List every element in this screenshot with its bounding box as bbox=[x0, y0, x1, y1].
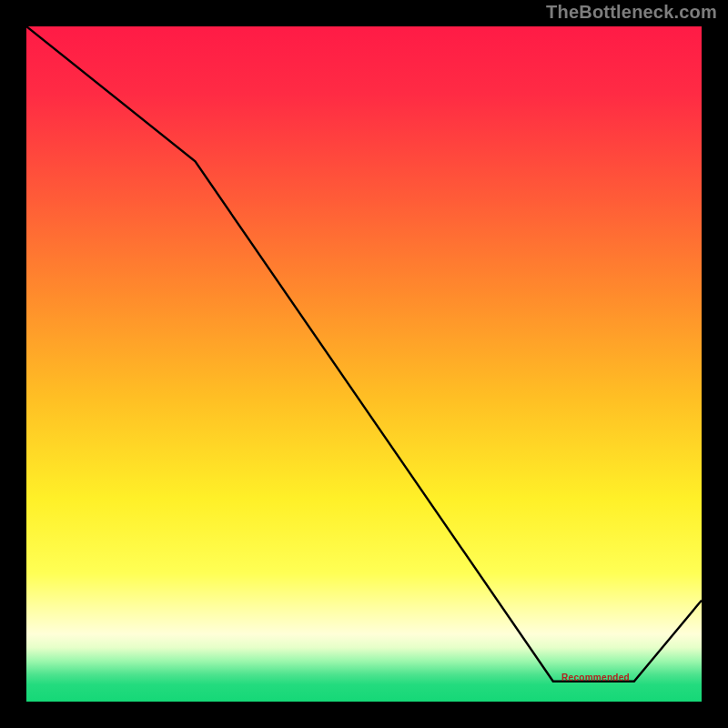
bottleneck-curve-line bbox=[26, 26, 702, 682]
recommended-label: Recommended bbox=[561, 672, 630, 682]
plot-area: Recommended bbox=[26, 26, 702, 702]
plot-svg bbox=[26, 26, 702, 702]
watermark-text: TheBottleneck.com bbox=[546, 2, 717, 23]
chart-stage: TheBottleneck.com Recommended bbox=[0, 0, 728, 728]
